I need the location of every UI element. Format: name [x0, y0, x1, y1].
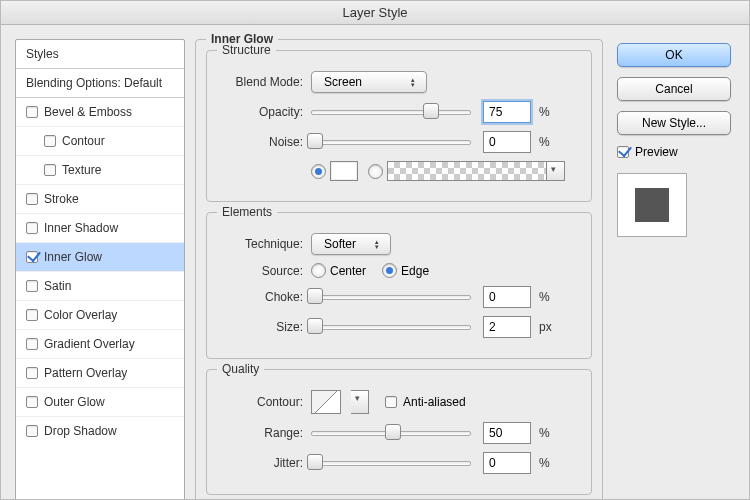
group-title: Elements [217, 205, 277, 219]
checkbox-icon[interactable] [26, 106, 38, 118]
window-title: Layer Style [1, 1, 749, 25]
preview-label: Preview [635, 145, 678, 159]
range-label: Range: [219, 426, 311, 440]
range-input[interactable]: 50 [483, 422, 531, 444]
sidebar-item-outer-glow[interactable]: Outer Glow [16, 388, 184, 417]
sidebar-item-bevel-emboss[interactable]: Bevel & Emboss [16, 98, 184, 127]
blend-mode-value: Screen [324, 75, 362, 89]
opacity-slider[interactable] [311, 104, 471, 120]
preview-checkbox[interactable] [617, 146, 629, 158]
antialias-checkbox[interactable] [385, 396, 397, 408]
range-unit: % [539, 426, 550, 440]
sidebar-item-stroke[interactable]: Stroke [16, 185, 184, 214]
checkbox-icon[interactable] [26, 222, 38, 234]
sidebar-item-drop-shadow[interactable]: Drop Shadow [16, 417, 184, 445]
checkbox-icon[interactable] [26, 425, 38, 437]
sidebar-item-inner-glow[interactable]: Inner Glow [16, 243, 184, 272]
sidebar-item-label: Color Overlay [44, 308, 117, 322]
choke-label: Choke: [219, 290, 311, 304]
technique-dropdown[interactable]: Softer [311, 233, 391, 255]
jitter-input[interactable]: 0 [483, 452, 531, 474]
noise-unit: % [539, 135, 550, 149]
opacity-input[interactable]: 75 [483, 101, 531, 123]
sidebar-item-label: Satin [44, 279, 71, 293]
checkbox-icon[interactable] [26, 396, 38, 408]
sidebar-item-label: Drop Shadow [44, 424, 117, 438]
source-center-radio[interactable] [311, 263, 326, 278]
source-center-label: Center [330, 264, 366, 278]
range-slider[interactable] [311, 425, 471, 441]
checkbox-icon[interactable] [26, 338, 38, 350]
blend-mode-dropdown[interactable]: Screen [311, 71, 427, 93]
size-input[interactable]: 2 [483, 316, 531, 338]
sidebar-item-label: Inner Shadow [44, 221, 118, 235]
checkbox-icon[interactable] [26, 280, 38, 292]
group-title: Quality [217, 362, 264, 376]
noise-slider[interactable] [311, 134, 471, 150]
opacity-unit: % [539, 105, 550, 119]
contour-dropdown-icon[interactable] [351, 390, 369, 414]
technique-value: Softer [324, 237, 356, 251]
sidebar-item-contour[interactable]: Contour [16, 127, 184, 156]
sidebar-header[interactable]: Styles [16, 40, 184, 69]
jitter-unit: % [539, 456, 550, 470]
sidebar-item-label: Texture [62, 163, 101, 177]
source-edge-radio[interactable] [382, 263, 397, 278]
contour-label: Contour: [219, 395, 311, 409]
choke-unit: % [539, 290, 550, 304]
sidebar-item-color-overlay[interactable]: Color Overlay [16, 301, 184, 330]
updown-arrows-icon [372, 239, 382, 249]
color-source-radio[interactable] [311, 164, 326, 179]
sidebar-item-pattern-overlay[interactable]: Pattern Overlay [16, 359, 184, 388]
size-slider[interactable] [311, 319, 471, 335]
quality-group: Quality Contour: Anti-aliased Range: 50 … [206, 369, 592, 495]
blending-options-row[interactable]: Blending Options: Default [16, 69, 184, 98]
elements-group: Elements Technique: Softer Source: Cente… [206, 212, 592, 359]
sidebar-item-label: Inner Glow [44, 250, 102, 264]
right-column: OK Cancel New Style... Preview [617, 39, 739, 500]
jitter-slider[interactable] [311, 455, 471, 471]
sidebar-item-label: Bevel & Emboss [44, 105, 132, 119]
checkbox-icon[interactable] [44, 164, 56, 176]
group-title: Structure [217, 43, 276, 57]
structure-group: Structure Blend Mode: Screen Opacity: 75… [206, 50, 592, 202]
checkbox-icon[interactable] [26, 367, 38, 379]
sidebar-item-inner-shadow[interactable]: Inner Shadow [16, 214, 184, 243]
inner-glow-panel: Inner Glow Structure Blend Mode: Screen … [195, 39, 603, 500]
styles-sidebar: Styles Blending Options: Default Bevel &… [15, 39, 185, 500]
sidebar-item-texture[interactable]: Texture [16, 156, 184, 185]
blend-mode-label: Blend Mode: [219, 75, 311, 89]
color-swatch[interactable] [330, 161, 358, 181]
sidebar-item-satin[interactable]: Satin [16, 272, 184, 301]
checkbox-icon[interactable] [26, 309, 38, 321]
antialias-label: Anti-aliased [403, 395, 466, 409]
noise-label: Noise: [219, 135, 311, 149]
ok-button[interactable]: OK [617, 43, 731, 67]
source-edge-label: Edge [401, 264, 429, 278]
source-label: Source: [219, 264, 311, 278]
gradient-source-radio[interactable] [368, 164, 383, 179]
choke-input[interactable]: 0 [483, 286, 531, 308]
gradient-dropdown-icon[interactable] [547, 161, 565, 181]
size-unit: px [539, 320, 552, 334]
checkbox-icon[interactable] [26, 193, 38, 205]
gradient-swatch[interactable] [387, 161, 547, 181]
choke-slider[interactable] [311, 289, 471, 305]
noise-input[interactable]: 0 [483, 131, 531, 153]
sidebar-item-label: Outer Glow [44, 395, 105, 409]
cancel-button[interactable]: Cancel [617, 77, 731, 101]
contour-picker[interactable] [311, 390, 341, 414]
opacity-label: Opacity: [219, 105, 311, 119]
size-label: Size: [219, 320, 311, 334]
checkbox-icon[interactable] [44, 135, 56, 147]
preview-swatch [617, 173, 687, 237]
sidebar-item-gradient-overlay[interactable]: Gradient Overlay [16, 330, 184, 359]
sidebar-item-label: Contour [62, 134, 105, 148]
technique-label: Technique: [219, 237, 311, 251]
updown-arrows-icon [408, 77, 418, 87]
sidebar-item-label: Stroke [44, 192, 79, 206]
jitter-label: Jitter: [219, 456, 311, 470]
sidebar-item-label: Gradient Overlay [44, 337, 135, 351]
new-style-button[interactable]: New Style... [617, 111, 731, 135]
checkbox-icon[interactable] [26, 251, 38, 263]
